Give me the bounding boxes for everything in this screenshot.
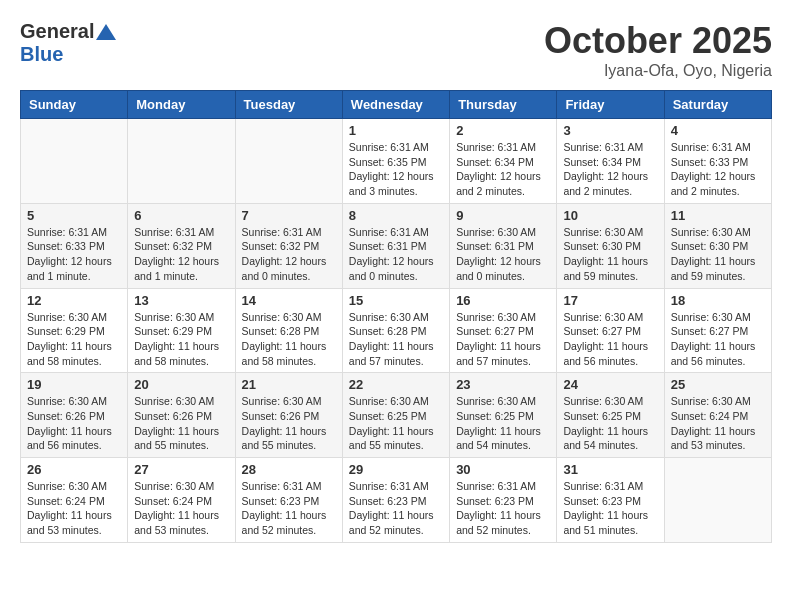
day-number: 25 xyxy=(671,377,765,392)
table-row: 21Sunrise: 6:30 AM Sunset: 6:26 PM Dayli… xyxy=(235,373,342,458)
day-number: 24 xyxy=(563,377,657,392)
day-number: 10 xyxy=(563,208,657,223)
table-row: 7Sunrise: 6:31 AM Sunset: 6:32 PM Daylig… xyxy=(235,203,342,288)
day-number: 4 xyxy=(671,123,765,138)
table-row: 13Sunrise: 6:30 AM Sunset: 6:29 PM Dayli… xyxy=(128,288,235,373)
day-info: Sunrise: 6:31 AM Sunset: 6:23 PM Dayligh… xyxy=(563,479,657,538)
day-number: 5 xyxy=(27,208,121,223)
day-info: Sunrise: 6:30 AM Sunset: 6:27 PM Dayligh… xyxy=(671,310,765,369)
day-number: 30 xyxy=(456,462,550,477)
day-info: Sunrise: 6:30 AM Sunset: 6:25 PM Dayligh… xyxy=(456,394,550,453)
day-info: Sunrise: 6:30 AM Sunset: 6:26 PM Dayligh… xyxy=(242,394,336,453)
table-row: 2Sunrise: 6:31 AM Sunset: 6:34 PM Daylig… xyxy=(450,119,557,204)
table-row: 22Sunrise: 6:30 AM Sunset: 6:25 PM Dayli… xyxy=(342,373,449,458)
day-number: 21 xyxy=(242,377,336,392)
table-row xyxy=(21,119,128,204)
table-row: 6Sunrise: 6:31 AM Sunset: 6:32 PM Daylig… xyxy=(128,203,235,288)
day-number: 7 xyxy=(242,208,336,223)
table-row: 5Sunrise: 6:31 AM Sunset: 6:33 PM Daylig… xyxy=(21,203,128,288)
table-row: 17Sunrise: 6:30 AM Sunset: 6:27 PM Dayli… xyxy=(557,288,664,373)
table-row: 3Sunrise: 6:31 AM Sunset: 6:34 PM Daylig… xyxy=(557,119,664,204)
table-row: 20Sunrise: 6:30 AM Sunset: 6:26 PM Dayli… xyxy=(128,373,235,458)
day-number: 23 xyxy=(456,377,550,392)
table-row xyxy=(235,119,342,204)
table-row: 27Sunrise: 6:30 AM Sunset: 6:24 PM Dayli… xyxy=(128,458,235,543)
day-number: 9 xyxy=(456,208,550,223)
day-info: Sunrise: 6:30 AM Sunset: 6:24 PM Dayligh… xyxy=(134,479,228,538)
day-number: 20 xyxy=(134,377,228,392)
table-row: 8Sunrise: 6:31 AM Sunset: 6:31 PM Daylig… xyxy=(342,203,449,288)
table-row: 28Sunrise: 6:31 AM Sunset: 6:23 PM Dayli… xyxy=(235,458,342,543)
day-info: Sunrise: 6:30 AM Sunset: 6:31 PM Dayligh… xyxy=(456,225,550,284)
table-row: 10Sunrise: 6:30 AM Sunset: 6:30 PM Dayli… xyxy=(557,203,664,288)
table-row: 31Sunrise: 6:31 AM Sunset: 6:23 PM Dayli… xyxy=(557,458,664,543)
calendar-week-row: 26Sunrise: 6:30 AM Sunset: 6:24 PM Dayli… xyxy=(21,458,772,543)
logo-icon xyxy=(96,24,116,40)
day-number: 18 xyxy=(671,293,765,308)
table-row: 12Sunrise: 6:30 AM Sunset: 6:29 PM Dayli… xyxy=(21,288,128,373)
day-info: Sunrise: 6:31 AM Sunset: 6:32 PM Dayligh… xyxy=(134,225,228,284)
day-number: 19 xyxy=(27,377,121,392)
table-row: 11Sunrise: 6:30 AM Sunset: 6:30 PM Dayli… xyxy=(664,203,771,288)
day-number: 27 xyxy=(134,462,228,477)
day-info: Sunrise: 6:30 AM Sunset: 6:26 PM Dayligh… xyxy=(27,394,121,453)
day-number: 28 xyxy=(242,462,336,477)
day-number: 3 xyxy=(563,123,657,138)
table-row: 24Sunrise: 6:30 AM Sunset: 6:25 PM Dayli… xyxy=(557,373,664,458)
day-info: Sunrise: 6:30 AM Sunset: 6:29 PM Dayligh… xyxy=(134,310,228,369)
table-row: 18Sunrise: 6:30 AM Sunset: 6:27 PM Dayli… xyxy=(664,288,771,373)
table-row: 15Sunrise: 6:30 AM Sunset: 6:28 PM Dayli… xyxy=(342,288,449,373)
day-number: 13 xyxy=(134,293,228,308)
day-info: Sunrise: 6:30 AM Sunset: 6:25 PM Dayligh… xyxy=(349,394,443,453)
col-saturday: Saturday xyxy=(664,91,771,119)
day-info: Sunrise: 6:30 AM Sunset: 6:29 PM Dayligh… xyxy=(27,310,121,369)
day-number: 17 xyxy=(563,293,657,308)
day-number: 31 xyxy=(563,462,657,477)
col-wednesday: Wednesday xyxy=(342,91,449,119)
day-info: Sunrise: 6:30 AM Sunset: 6:27 PM Dayligh… xyxy=(456,310,550,369)
day-info: Sunrise: 6:31 AM Sunset: 6:23 PM Dayligh… xyxy=(242,479,336,538)
day-info: Sunrise: 6:30 AM Sunset: 6:24 PM Dayligh… xyxy=(671,394,765,453)
day-number: 26 xyxy=(27,462,121,477)
table-row: 1Sunrise: 6:31 AM Sunset: 6:35 PM Daylig… xyxy=(342,119,449,204)
day-number: 6 xyxy=(134,208,228,223)
day-info: Sunrise: 6:31 AM Sunset: 6:23 PM Dayligh… xyxy=(349,479,443,538)
col-tuesday: Tuesday xyxy=(235,91,342,119)
day-info: Sunrise: 6:31 AM Sunset: 6:34 PM Dayligh… xyxy=(563,140,657,199)
day-number: 22 xyxy=(349,377,443,392)
day-info: Sunrise: 6:30 AM Sunset: 6:28 PM Dayligh… xyxy=(349,310,443,369)
calendar-week-row: 19Sunrise: 6:30 AM Sunset: 6:26 PM Dayli… xyxy=(21,373,772,458)
day-number: 29 xyxy=(349,462,443,477)
svg-marker-0 xyxy=(96,24,116,40)
day-info: Sunrise: 6:31 AM Sunset: 6:23 PM Dayligh… xyxy=(456,479,550,538)
table-row: 9Sunrise: 6:30 AM Sunset: 6:31 PM Daylig… xyxy=(450,203,557,288)
day-info: Sunrise: 6:30 AM Sunset: 6:25 PM Dayligh… xyxy=(563,394,657,453)
calendar-week-row: 12Sunrise: 6:30 AM Sunset: 6:29 PM Dayli… xyxy=(21,288,772,373)
day-number: 14 xyxy=(242,293,336,308)
day-number: 1 xyxy=(349,123,443,138)
table-row: 4Sunrise: 6:31 AM Sunset: 6:33 PM Daylig… xyxy=(664,119,771,204)
table-row: 19Sunrise: 6:30 AM Sunset: 6:26 PM Dayli… xyxy=(21,373,128,458)
table-row xyxy=(128,119,235,204)
day-info: Sunrise: 6:30 AM Sunset: 6:24 PM Dayligh… xyxy=(27,479,121,538)
table-row: 29Sunrise: 6:31 AM Sunset: 6:23 PM Dayli… xyxy=(342,458,449,543)
col-friday: Friday xyxy=(557,91,664,119)
col-monday: Monday xyxy=(128,91,235,119)
table-row xyxy=(664,458,771,543)
calendar-week-row: 5Sunrise: 6:31 AM Sunset: 6:33 PM Daylig… xyxy=(21,203,772,288)
day-number: 2 xyxy=(456,123,550,138)
table-row: 23Sunrise: 6:30 AM Sunset: 6:25 PM Dayli… xyxy=(450,373,557,458)
table-row: 14Sunrise: 6:30 AM Sunset: 6:28 PM Dayli… xyxy=(235,288,342,373)
title-section: October 2025 Iyana-Ofa, Oyo, Nigeria xyxy=(544,20,772,80)
calendar-week-row: 1Sunrise: 6:31 AM Sunset: 6:35 PM Daylig… xyxy=(21,119,772,204)
logo-general-text: General xyxy=(20,20,94,43)
day-number: 15 xyxy=(349,293,443,308)
header: General Blue October 2025 Iyana-Ofa, Oyo… xyxy=(20,20,772,80)
col-sunday: Sunday xyxy=(21,91,128,119)
day-info: Sunrise: 6:31 AM Sunset: 6:32 PM Dayligh… xyxy=(242,225,336,284)
day-info: Sunrise: 6:31 AM Sunset: 6:31 PM Dayligh… xyxy=(349,225,443,284)
location-title: Iyana-Ofa, Oyo, Nigeria xyxy=(544,62,772,80)
calendar-header-row: Sunday Monday Tuesday Wednesday Thursday… xyxy=(21,91,772,119)
day-info: Sunrise: 6:30 AM Sunset: 6:30 PM Dayligh… xyxy=(671,225,765,284)
col-thursday: Thursday xyxy=(450,91,557,119)
